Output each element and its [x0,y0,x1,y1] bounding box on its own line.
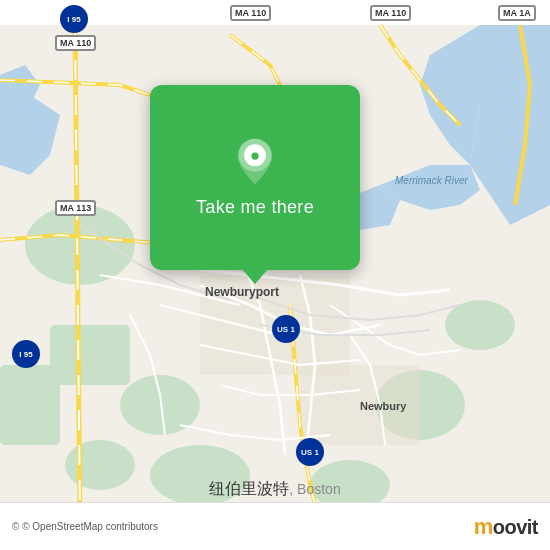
road-badge-ma113: MA 113 [55,200,96,216]
svg-point-4 [445,300,515,350]
road-badge-ma110-nw: MA 110 [55,35,96,51]
road-badge-i95-n: I 95 [60,5,88,33]
svg-rect-9 [0,365,60,445]
road-badge-ma110-ne: MA 110 [370,5,411,21]
road-badge-ma110-n: MA 110 [230,5,271,21]
map-container: MA 110 MA 110 MA 110 MA 1A MA 113 I 95 I… [0,0,550,550]
svg-point-1 [25,205,135,285]
road-badge-us1-s: US 1 [296,438,324,466]
label-merrimack: Merrimack River [395,175,468,186]
moovit-brand-text: moovit [474,514,538,540]
city-subtitle: 纽伯里波特, Boston [0,479,550,500]
road-badge-ma1a: MA 1A [498,5,536,21]
svg-point-15 [251,152,258,159]
label-newburyport: Newburyport [205,285,279,299]
map-svg [0,0,550,550]
attribution-text: © © OpenStreetMap contributors [12,521,158,532]
take-me-there-button[interactable]: Take me there [196,197,314,218]
location-pin-icon [230,137,280,187]
bottom-bar: © © OpenStreetMap contributors moovit [0,502,550,550]
svg-rect-5 [50,325,130,385]
road-badge-us1-mid: US 1 [272,315,300,343]
road-badge-i95-s: I 95 [12,340,40,368]
take-me-there-popup[interactable]: Take me there [150,85,360,270]
moovit-logo: moovit [474,514,538,540]
label-newbury: Newbury [360,400,406,412]
